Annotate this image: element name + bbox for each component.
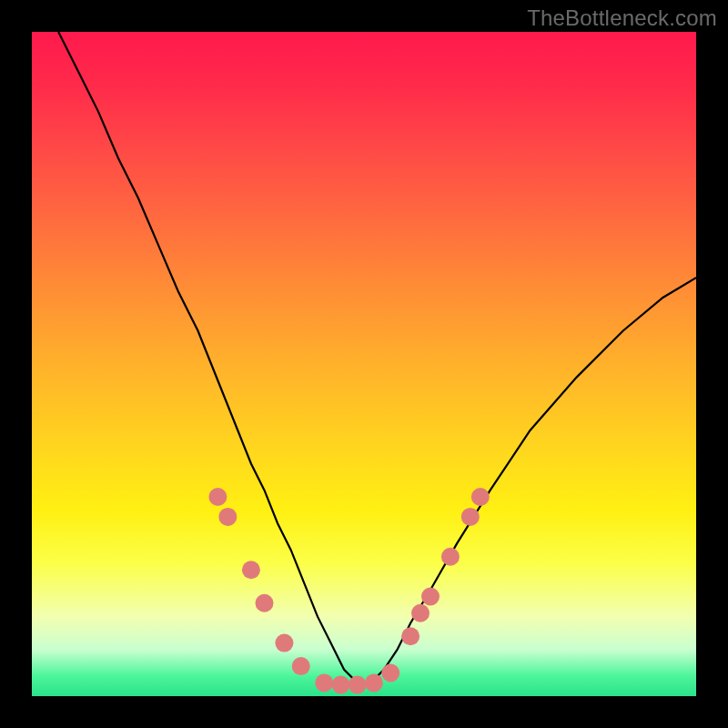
watermark-text: TheBottleneck.com	[527, 5, 717, 31]
marker-dot	[275, 634, 293, 652]
marker-dot	[471, 488, 490, 506]
marker-dot	[349, 676, 367, 694]
marker-dot	[401, 627, 420, 645]
marker-dot	[421, 588, 440, 606]
marker-dot	[365, 673, 383, 692]
marker-dot	[208, 488, 227, 506]
marker-dot	[441, 548, 460, 566]
curve-layer	[32, 32, 696, 696]
marker-dot	[292, 657, 310, 675]
chart-frame: TheBottleneck.com	[0, 0, 728, 728]
marker-dot	[332, 676, 350, 694]
marker-group	[208, 488, 489, 694]
marker-dot	[242, 561, 260, 579]
marker-dot	[461, 508, 480, 526]
bottleneck-curve	[58, 32, 696, 682]
marker-dot	[315, 673, 333, 692]
marker-dot	[218, 508, 237, 526]
marker-dot	[411, 604, 430, 622]
marker-dot	[381, 664, 399, 682]
plot-area	[32, 32, 696, 696]
marker-dot	[256, 594, 274, 612]
